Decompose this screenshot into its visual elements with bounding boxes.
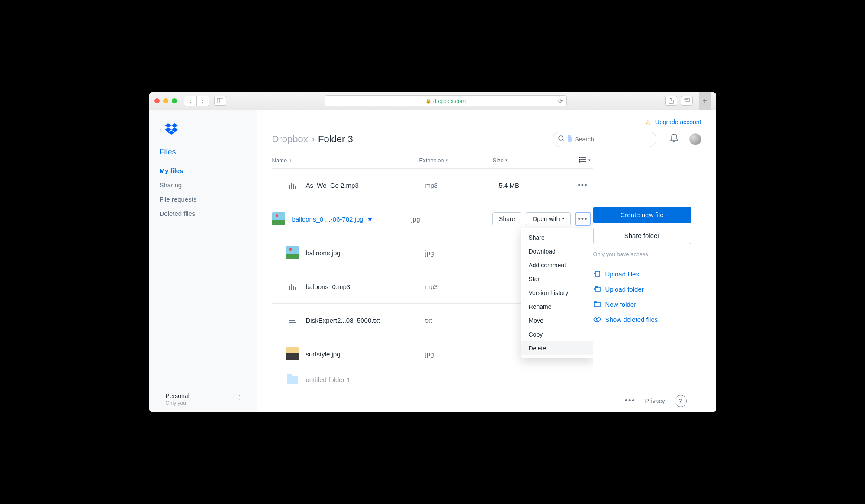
new-tab-button[interactable]: + [699, 92, 711, 110]
file-name[interactable]: surfstyle.jpg [306, 350, 425, 358]
sort-arrow-icon: ↑ [289, 158, 292, 163]
menu-star[interactable]: Star [521, 272, 593, 286]
upload-folder-icon [593, 286, 601, 292]
breadcrumb-sep: › [312, 134, 315, 145]
svg-rect-21 [595, 286, 598, 287]
open-with-button[interactable]: Open with ▾ [526, 212, 570, 225]
menu-download[interactable]: Download [521, 244, 593, 258]
window-controls [154, 98, 177, 103]
svg-rect-19 [595, 271, 600, 276]
svg-rect-5 [685, 98, 689, 102]
more-actions-button[interactable]: ••• [575, 178, 591, 192]
image-thumb-icon [272, 212, 285, 225]
svg-point-13 [579, 157, 580, 158]
breadcrumb-root[interactable]: Dropbox [272, 134, 308, 145]
create-new-file-button[interactable]: Create new file [593, 207, 691, 223]
notifications-icon[interactable] [670, 134, 678, 144]
file-row[interactable]: balloons_0 ...-06-782.jpg ★ jpg Share Op… [272, 202, 593, 236]
sidebar-item-filerequests[interactable]: File requests [160, 196, 247, 203]
show-deleted-action[interactable]: Show deleted files [593, 316, 691, 323]
file-name[interactable]: untitled folder 1 [306, 376, 425, 383]
col-size[interactable]: Size [493, 157, 504, 164]
maximize-window-button[interactable] [172, 98, 177, 103]
file-row[interactable]: As_We_Go 2.mp3 mp3 5.4 MB ••• [272, 169, 593, 202]
help-button[interactable]: ? [675, 395, 687, 407]
svg-rect-4 [684, 100, 688, 103]
file-name[interactable]: DiskExpert2...08_5000.txt [306, 317, 425, 324]
share-button[interactable]: Share [492, 212, 521, 225]
footer-more-icon[interactable]: ••• [625, 396, 636, 405]
file-name[interactable]: balloons_0 ...-06-782.jpg ★ [292, 215, 412, 223]
upload-folder-action[interactable]: Upload folder [593, 286, 691, 293]
account-switcher[interactable]: Personal Only you ˄˅ [155, 386, 251, 412]
tabs-button[interactable] [681, 96, 693, 106]
forward-button[interactable]: › [196, 96, 209, 106]
menu-delete[interactable]: Delete [521, 341, 593, 355]
back-button[interactable]: ‹ [184, 96, 196, 106]
caret-down-icon: ▾ [562, 217, 564, 221]
eye-icon [593, 317, 601, 322]
chevron-updown-icon: ˄˅ [238, 396, 241, 403]
text-icon [286, 314, 299, 327]
account-sub: Only you [166, 400, 190, 406]
sidebar-item-myfiles[interactable]: My files [160, 167, 247, 174]
caret-down-icon: ▾ [588, 158, 591, 162]
audio-icon [286, 280, 299, 293]
search-box[interactable] [553, 132, 656, 147]
menu-add-comment[interactable]: Add comment [521, 258, 593, 272]
svg-point-17 [579, 161, 580, 162]
audio-icon [286, 179, 299, 192]
folder-icon [286, 373, 299, 386]
file-name[interactable]: balloons.jpg [306, 249, 425, 257]
col-name[interactable]: Name [272, 157, 287, 164]
avatar[interactable] [689, 133, 701, 145]
upload-files-action[interactable]: Upload files [593, 270, 691, 278]
url-bar[interactable]: 🔒 dropbox.com ⟳ [325, 95, 567, 106]
caret-down-icon: ▾ [446, 158, 448, 162]
reload-icon[interactable]: ⟳ [558, 98, 563, 104]
file-ext: jpg [412, 215, 485, 223]
file-ext: txt [425, 317, 499, 324]
file-name[interactable]: baloons_0.mp3 [306, 283, 425, 290]
sidebar-section-files[interactable]: Files [149, 148, 257, 167]
search-input[interactable] [575, 136, 651, 143]
menu-move[interactable]: Move [521, 314, 593, 327]
sidebar-item-deletedfiles[interactable]: Deleted files [160, 210, 247, 217]
search-scope-folder-icon [568, 137, 572, 142]
svg-rect-23 [594, 302, 597, 302]
image-thumb-icon [286, 347, 299, 360]
menu-rename[interactable]: Rename [521, 300, 593, 314]
account-name: Personal [166, 392, 190, 399]
view-list-icon[interactable] [579, 157, 586, 164]
file-row[interactable]: untitled folder 1 [272, 371, 593, 388]
svg-marker-7 [171, 123, 178, 128]
upload-files-icon [593, 270, 601, 277]
share-folder-button[interactable]: Share folder [593, 228, 691, 244]
menu-copy[interactable]: Copy [521, 327, 593, 341]
access-note: Only you have access [593, 251, 691, 257]
sidebar-back-icon[interactable]: ‹ [160, 126, 162, 133]
nav-buttons: ‹ › [184, 96, 209, 106]
file-ext: mp3 [425, 182, 499, 189]
new-folder-icon [593, 301, 601, 307]
minimize-window-button[interactable] [163, 98, 168, 103]
dropbox-logo-icon[interactable] [165, 123, 178, 136]
right-panel: Create new file Share folder Only you ha… [593, 147, 701, 412]
upgrade-link[interactable]: Upgrade account [655, 119, 701, 125]
menu-version-history[interactable]: Version history [521, 286, 593, 300]
svg-line-12 [563, 140, 564, 141]
svg-marker-6 [165, 123, 171, 128]
image-thumb-icon [286, 246, 299, 259]
url-host: dropbox.com [433, 98, 466, 104]
sidebar-item-sharing[interactable]: Sharing [160, 181, 247, 189]
file-name[interactable]: As_We_Go 2.mp3 [306, 182, 425, 189]
sidebar-toggle-button[interactable] [214, 96, 226, 106]
menu-share[interactable]: Share [521, 231, 593, 244]
share-button[interactable] [665, 96, 677, 106]
col-ext[interactable]: Extension [419, 157, 444, 164]
close-window-button[interactable] [154, 98, 160, 103]
more-actions-button[interactable]: ••• [575, 212, 591, 226]
new-folder-action[interactable]: New folder [593, 301, 691, 308]
privacy-link[interactable]: Privacy [645, 398, 665, 404]
file-ext: mp3 [425, 283, 499, 290]
